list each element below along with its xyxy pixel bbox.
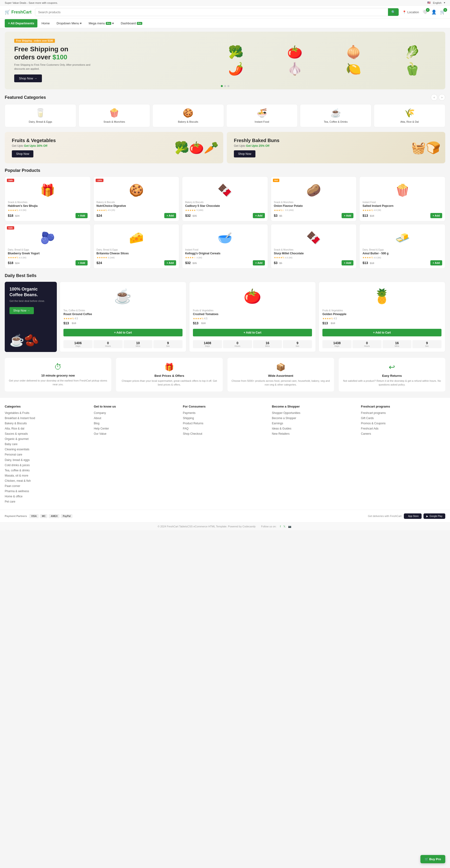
footer-link[interactable]: Our Value — [94, 432, 106, 435]
footer-link[interactable]: Earnings — [272, 422, 283, 425]
footer-link[interactable]: Cleaning essentials — [5, 448, 29, 451]
footer-link[interactable]: Paan corner — [5, 484, 20, 488]
dot-1[interactable] — [224, 85, 226, 87]
add-to-cart-7[interactable]: + Add — [253, 260, 265, 266]
next-category-button[interactable]: › — [439, 94, 445, 101]
hero-badge: Free Shipping - orders over $100 — [14, 39, 55, 43]
footer-link[interactable]: Chicken, meat & fish — [5, 479, 31, 483]
footer-link[interactable]: Tea, coffee & drinks — [5, 469, 30, 472]
dot-2[interactable] — [227, 85, 229, 87]
footer-link[interactable]: Promos & Coupons — [361, 422, 386, 425]
footer-link[interactable]: Cold drinks & juices — [5, 464, 30, 467]
hero-banner: Free Shipping - orders over $100 Free Sh… — [5, 32, 445, 89]
footer-link[interactable]: Payments — [183, 411, 195, 414]
features-section: ⏱ 10 minute grocery now Get your order d… — [5, 358, 445, 392]
payment-icons: VISA MC AMEX PayPal — [29, 514, 73, 518]
category-snack[interactable]: 🍿 Snack & Munchies — [79, 104, 150, 127]
daily-pineapple-add-to-cart[interactable]: + Add to Cart — [322, 329, 442, 336]
add-to-cart-9[interactable]: + Add — [430, 260, 442, 266]
daily-grid: 100% Organic Coffee Beans. Get the best … — [5, 282, 445, 352]
category-dairy[interactable]: 🥛 Dairy, Bread & Eggs — [5, 104, 76, 127]
hero-shop-now-button[interactable]: Shop Now → — [14, 74, 42, 82]
category-tea[interactable]: ☕ Tea, Coffee & Drinks — [300, 104, 371, 127]
product-stars-3: ★★★½☆ 3.5 (456) — [274, 209, 354, 212]
payment-mc: MC — [40, 514, 48, 518]
add-to-cart-0[interactable]: + Add — [76, 213, 87, 218]
footer-link[interactable]: Blog — [94, 422, 100, 425]
category-bakery[interactable]: 🍪 Bakery & Biscuits — [152, 104, 224, 127]
wishlist-button[interactable]: 🤍 0 — [423, 9, 428, 14]
footer-link[interactable]: Freshcart programs — [361, 411, 386, 414]
footer-link[interactable]: Personal care — [5, 453, 22, 456]
search-button[interactable]: 🔍 — [388, 8, 399, 16]
daily-pineapple-old-price: $18 — [331, 322, 335, 324]
prev-category-button[interactable]: ‹ — [431, 94, 438, 101]
cart-button[interactable]: 🛒 0 — [440, 9, 445, 14]
footer-link-item: Breakfast & Instant food — [5, 416, 89, 420]
category-atta[interactable]: 🌾 Atta, Rice & Dal — [374, 104, 445, 127]
product-stars-5: ★★★★½ 4.5 (90) — [8, 256, 88, 259]
social-instagram[interactable]: 📷 — [288, 525, 291, 528]
footer-link[interactable]: Bakery & Biscuits — [5, 422, 27, 425]
footer-link[interactable]: FAQ — [183, 427, 189, 430]
nav-home-label: Home — [41, 22, 50, 25]
footer-link[interactable]: Help Center — [94, 427, 109, 430]
footer-link[interactable]: Shop Checkout — [183, 432, 202, 435]
social-facebook[interactable]: f — [280, 525, 281, 528]
product-price-5: $18 $24 + Add — [8, 260, 88, 266]
footer-link[interactable]: Home & office — [5, 495, 23, 498]
footer-link[interactable]: Shipping — [183, 416, 194, 420]
footer-link[interactable]: About — [94, 416, 101, 420]
footer-link[interactable]: Baby care — [5, 442, 18, 446]
footer-link[interactable]: Pet care — [5, 500, 16, 503]
add-to-cart-3[interactable]: + Add — [342, 213, 354, 218]
daily-tomatoes-add-to-cart[interactable]: + Add to Cart — [193, 329, 312, 336]
footer-link[interactable]: Ideas & Guides — [272, 427, 291, 430]
footer-link[interactable]: Atta, Rice & dal — [5, 427, 24, 430]
footer-link[interactable]: Gift Cards — [361, 416, 374, 420]
hero-dots — [221, 85, 229, 87]
footer-link[interactable]: Masala, oil & more — [5, 474, 28, 477]
footer-link-item: Personal care — [5, 453, 89, 456]
footer-link[interactable]: Freshcart Ads — [361, 427, 378, 430]
add-to-cart-4[interactable]: + Add — [430, 213, 442, 218]
daily-shop-now-button[interactable]: Shop Now → — [9, 307, 34, 314]
promo-shop-now-fruits[interactable]: Shop Now — [12, 150, 33, 157]
footer-col-shopper: Become a Shopper Shopper Opportunities B… — [272, 405, 356, 505]
footer-link[interactable]: Vegetables & Fruits — [5, 411, 29, 414]
nav-item-mega[interactable]: Mega menu Pro ▾ — [86, 19, 117, 28]
dot-active[interactable] — [221, 85, 223, 87]
add-to-cart-6[interactable]: + Add — [164, 260, 176, 266]
footer-link[interactable]: Become a Shopper — [272, 416, 297, 420]
footer-link[interactable]: Careers — [361, 432, 371, 435]
footer-link[interactable]: Shopper Opportunities — [272, 411, 301, 414]
language-selector[interactable]: English — [433, 1, 442, 4]
location-button[interactable]: 📍 Location — [402, 10, 419, 14]
add-to-cart-5[interactable]: + Add — [76, 260, 87, 266]
add-to-cart-8[interactable]: + Add — [342, 260, 354, 266]
google-play-button[interactable]: ▶ Google Play — [423, 514, 445, 519]
daily-coffee-add-to-cart[interactable]: + Add to Cart — [63, 329, 182, 336]
footer-link[interactable]: Pharma & wellness — [5, 490, 29, 493]
footer-link[interactable]: Company — [94, 411, 106, 414]
all-departments-button[interactable]: ≡ All Departments — [5, 19, 37, 27]
user-button[interactable]: 👤 — [431, 9, 437, 14]
daily-pineapple-price: $13 — [322, 321, 328, 325]
nav-item-dashboard[interactable]: Dashboard Pro — [118, 19, 145, 28]
category-instant[interactable]: 🍜 Instant Food — [226, 104, 298, 127]
logo[interactable]: 🛒 FreshCart — [5, 9, 31, 14]
footer-link[interactable]: Dairy, bread & eggs — [5, 458, 30, 462]
app-store-button[interactable]: App Store — [404, 514, 421, 519]
nav-item-dropdown[interactable]: Dropdown Menu ▾ — [54, 19, 85, 28]
footer-link[interactable]: Organic & gourmet — [5, 437, 29, 441]
footer-link[interactable]: New Retailers — [272, 432, 290, 435]
footer-link[interactable]: Breakfast & Instant food — [5, 416, 35, 420]
footer-link[interactable]: Sauces & spreads — [5, 432, 28, 435]
add-to-cart-2[interactable]: + Add — [253, 213, 265, 218]
social-twitter[interactable]: 𝕏 — [283, 525, 285, 528]
nav-item-home[interactable]: Home — [38, 19, 53, 28]
footer-link[interactable]: Product Returns — [183, 422, 203, 425]
promo-shop-now-buns[interactable]: Shop Now — [234, 150, 255, 157]
add-to-cart-1[interactable]: + Add — [164, 213, 176, 218]
search-input[interactable] — [35, 8, 388, 16]
